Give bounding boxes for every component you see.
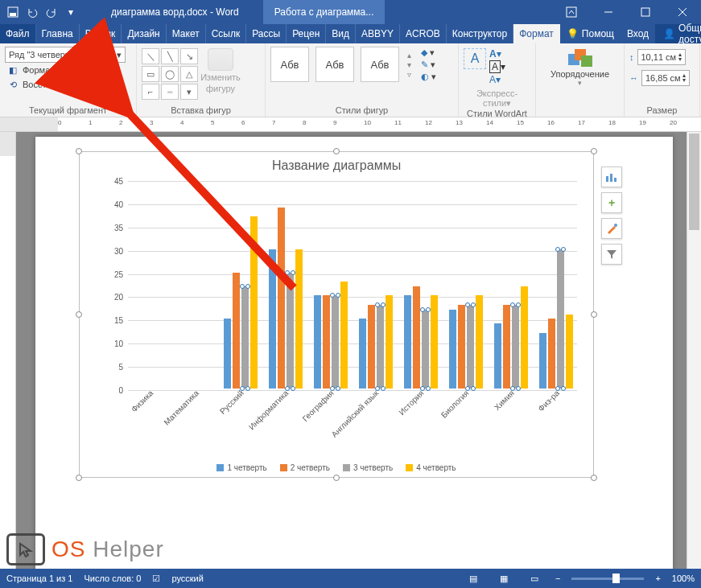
bar[interactable] (314, 295, 321, 389)
tell-me-button[interactable]: 💡Помощ (560, 28, 621, 39)
scrollbar-thumb[interactable] (689, 134, 699, 230)
resize-handle[interactable] (591, 475, 597, 481)
bar[interactable] (494, 323, 501, 389)
bar[interactable] (332, 295, 339, 389)
ribbon-collapse-icon[interactable] (553, 0, 590, 24)
bar[interactable] (340, 282, 348, 389)
bar[interactable] (404, 295, 411, 389)
bar[interactable] (431, 295, 438, 389)
tab-ссылк[interactable]: Ссылк (206, 24, 247, 43)
bar[interactable] (557, 249, 564, 389)
bar[interactable] (512, 305, 519, 389)
tab-макет[interactable]: Макет (167, 24, 206, 43)
resize-handle[interactable] (76, 148, 82, 154)
tab-acrob[interactable]: ACROB (400, 24, 447, 43)
tab-файл[interactable]: Файл (0, 24, 36, 43)
vertical-scrollbar[interactable] (687, 132, 701, 569)
shape-effects-button[interactable]: ◐▾ (421, 72, 436, 82)
bar[interactable] (368, 305, 375, 389)
web-layout-button[interactable]: ▭ (525, 571, 544, 586)
minimize-button[interactable] (590, 0, 627, 24)
shape-oval-icon[interactable]: ◯ (161, 66, 179, 82)
bar[interactable] (233, 273, 240, 389)
arrange-icon[interactable] (566, 45, 595, 69)
tab-дизайн[interactable]: Дизайн (122, 24, 166, 43)
shape-fill-button[interactable]: ◆▾ (421, 47, 436, 58)
word-count[interactable]: Число слов: 0 (84, 574, 141, 583)
zoom-out-button[interactable]: − (555, 574, 560, 583)
tab-вид[interactable]: Вид (326, 24, 356, 43)
chart-element-selector[interactable]: Ряд "3 четверть"▾ (5, 47, 126, 63)
tab-рассы[interactable]: Рассы (246, 24, 287, 43)
bar[interactable] (521, 286, 528, 389)
bar[interactable] (476, 295, 483, 389)
shape-style-1[interactable]: Абв (270, 47, 309, 82)
shape-style-2[interactable]: Абв (315, 47, 354, 82)
reset-style-button[interactable]: ⟲ Восстановить стиль (5, 77, 131, 92)
bar[interactable] (278, 208, 285, 389)
resize-handle[interactable] (591, 148, 597, 154)
document-area[interactable]: Название диаграммы 051015202530354045 Фи… (16, 132, 687, 569)
vertical-ruler[interactable] (0, 132, 16, 569)
chart-legend[interactable]: 1 четверть2 четверть3 четверть4 четверть (80, 463, 593, 472)
arrange-button[interactable]: Упорядочение (550, 69, 609, 79)
gallery-more-icon[interactable]: ▿ (407, 70, 411, 79)
zoom-in-button[interactable]: + (655, 574, 660, 583)
plot-area[interactable]: 051015202530354045 (128, 181, 577, 389)
save-icon[interactable] (5, 4, 21, 20)
legend-item[interactable]: 2 четверть (280, 463, 330, 472)
undo-icon[interactable] (24, 4, 40, 20)
zoom-slider[interactable] (571, 578, 644, 580)
spellcheck-icon[interactable]: ☑ (152, 574, 160, 584)
language-indicator[interactable]: русский (171, 574, 203, 583)
bar[interactable] (449, 310, 456, 389)
text-effects-button[interactable]: A▾ (489, 74, 505, 85)
tab-формат[interactable]: Формат (513, 24, 560, 43)
login-button[interactable]: Вход (621, 28, 655, 39)
legend-item[interactable]: 1 четверть (216, 463, 266, 472)
resize-handle[interactable] (333, 475, 340, 481)
text-outline-button[interactable]: A▾ (489, 61, 505, 72)
horizontal-ruler[interactable]: 01234567891011121314151617181920 (0, 117, 701, 132)
bar[interactable] (503, 305, 510, 389)
resize-handle[interactable] (76, 311, 82, 318)
chart-filter-button[interactable] (601, 244, 622, 265)
resize-handle[interactable] (333, 148, 340, 154)
tab-рецен[interactable]: Рецен (287, 24, 326, 43)
gallery-up-icon[interactable]: ▴ (407, 51, 411, 60)
width-input[interactable]: 16,85 см▴▾ (641, 70, 690, 86)
bar[interactable] (422, 310, 429, 389)
zoom-thumb[interactable] (612, 574, 620, 583)
page-indicator[interactable]: Страница 1 из 1 (6, 574, 72, 583)
text-fill-button[interactable]: A▾ (489, 48, 505, 60)
read-mode-button[interactable]: ▤ (464, 571, 483, 586)
bar[interactable] (224, 319, 231, 389)
bar[interactable] (241, 286, 249, 389)
bar[interactable] (467, 305, 474, 389)
zoom-level[interactable]: 100% (672, 574, 695, 583)
shape-line-icon[interactable]: ＼ (142, 48, 159, 64)
shape-style-3[interactable]: Абв (361, 47, 399, 82)
bar[interactable] (566, 315, 573, 389)
maximize-button[interactable] (627, 0, 664, 24)
bar[interactable] (269, 249, 276, 389)
bar[interactable] (250, 216, 258, 389)
bar[interactable] (295, 249, 303, 389)
resize-handle[interactable] (76, 475, 82, 481)
shape-arrow-icon[interactable]: ↘ (180, 48, 198, 64)
redo-icon[interactable] (43, 4, 60, 20)
shape-outline-button[interactable]: ✎▾ (421, 60, 436, 70)
bar[interactable] (413, 286, 420, 389)
bar[interactable] (359, 319, 366, 389)
shape-more-icon[interactable]: ▾ (180, 84, 198, 100)
format-selection-button[interactable]: ◧ Формат выделенного (5, 63, 131, 77)
print-layout-button[interactable]: ▦ (494, 571, 513, 586)
legend-item[interactable]: 4 четверть (406, 463, 456, 472)
shape-gallery[interactable]: ＼ ╲ ↘ ▭ ◯ △ ⌐ ⎓ ▾ (142, 48, 198, 100)
chart-add-button[interactable]: + (601, 192, 622, 213)
tab-abbyy[interactable]: ABBYY (356, 24, 400, 43)
bar[interactable] (323, 295, 330, 389)
shape-tri-icon[interactable]: △ (180, 66, 198, 82)
tab-конструктор[interactable]: Конструктор (447, 24, 513, 43)
qat-dropdown-icon[interactable]: ▾ (63, 4, 79, 20)
